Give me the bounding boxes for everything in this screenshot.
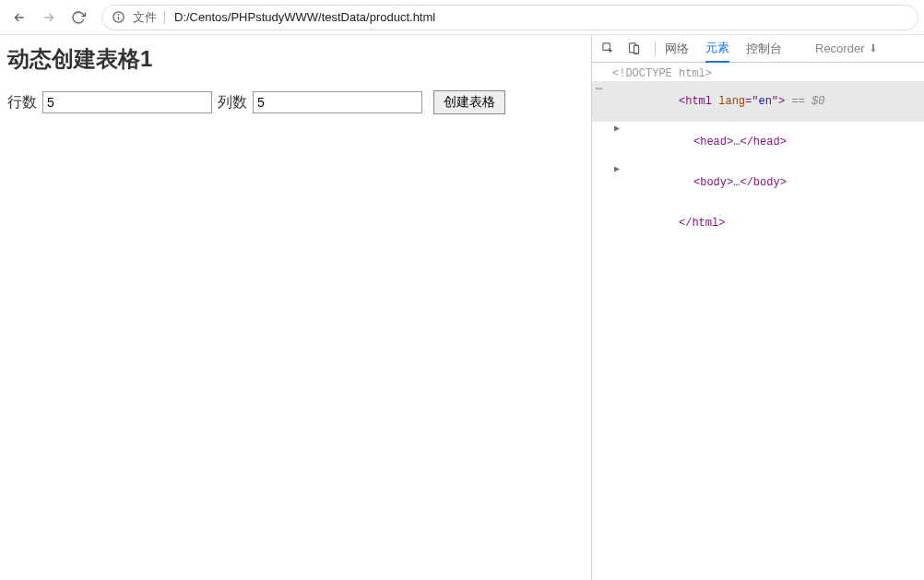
pin-icon	[868, 43, 879, 54]
create-table-button[interactable]: 创建表格	[433, 90, 505, 114]
address-bar[interactable]: 文件 D:/Centos/PHPstudyWWW/testData/produc…	[101, 5, 918, 30]
browser-toolbar: 文件 D:/Centos/PHPstudyWWW/testData/produc…	[0, 0, 924, 35]
tab-network[interactable]: 网络	[665, 35, 689, 62]
table-form: 行数 列数 创建表格	[7, 90, 584, 114]
svg-point-2	[118, 14, 119, 15]
reload-button[interactable]	[65, 4, 92, 31]
forward-button[interactable]	[35, 4, 63, 31]
devtools-elements-tree[interactable]: <!DOCTYPE html> ⋯<html lang="en"> == $0 …	[592, 63, 924, 580]
tab-elements[interactable]: 元素	[705, 36, 729, 63]
dom-head[interactable]: ▶<head>…</head>	[592, 122, 924, 162]
svg-rect-5	[634, 45, 638, 53]
back-button[interactable]	[6, 4, 33, 31]
page-title: 动态创建表格1	[7, 44, 584, 74]
device-toggle-icon[interactable]	[622, 37, 646, 61]
devtools-tabs: 网络 元素 控制台 Recorder	[665, 35, 879, 62]
dots-icon: ⋯	[592, 82, 612, 96]
chevron-right-icon[interactable]: ▶	[614, 163, 620, 174]
rows-input[interactable]	[42, 91, 212, 113]
cols-input[interactable]	[253, 91, 422, 113]
rows-label: 行数	[7, 93, 37, 112]
dom-html-close[interactable]: </html>	[592, 203, 924, 243]
tab-recorder[interactable]: Recorder	[815, 41, 879, 55]
url-text: D:/Centos/PHPstudyWWW/testData/product.h…	[172, 10, 908, 24]
file-scheme-label: 文件	[133, 9, 157, 26]
devtools-header: 网络 元素 控制台 Recorder	[592, 35, 924, 63]
page-viewport: 动态创建表格1 行数 列数 创建表格	[0, 35, 592, 580]
browser-window: 文件 D:/Centos/PHPstudyWWW/testData/produc…	[0, 0, 924, 580]
recorder-label: Recorder	[815, 41, 864, 55]
dom-body[interactable]: ▶<body>…</body>	[592, 162, 924, 203]
devtools-panel: 网络 元素 控制台 Recorder <!DOCTYPE html> ⋯<htm…	[592, 35, 924, 580]
info-icon[interactable]	[112, 10, 125, 24]
inspect-icon[interactable]	[596, 37, 620, 61]
tab-console[interactable]: 控制台	[746, 35, 782, 62]
address-separator	[164, 11, 165, 24]
cols-label: 列数	[218, 93, 247, 112]
dom-html-open[interactable]: ⋯<html lang="en"> == $0	[592, 81, 924, 122]
chevron-right-icon[interactable]: ▶	[614, 123, 620, 134]
devtools-separator	[655, 41, 656, 56]
content-area: 动态创建表格1 行数 列数 创建表格 网络 元素	[0, 35, 924, 580]
dom-doctype[interactable]: <!DOCTYPE html>	[592, 66, 924, 81]
